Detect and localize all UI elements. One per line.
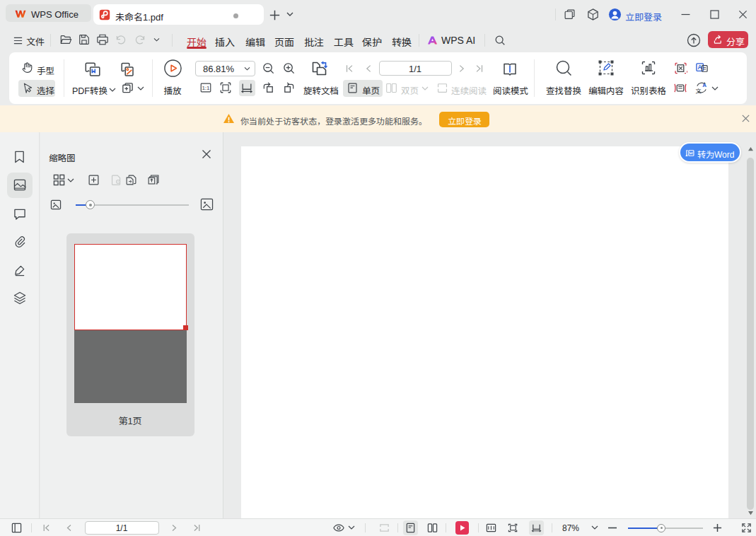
svg-text:A: A: [698, 64, 702, 71]
svg-text:文: 文: [695, 87, 702, 95]
svg-text:A: A: [702, 82, 706, 88]
svg-text:1:1: 1:1: [202, 85, 210, 91]
